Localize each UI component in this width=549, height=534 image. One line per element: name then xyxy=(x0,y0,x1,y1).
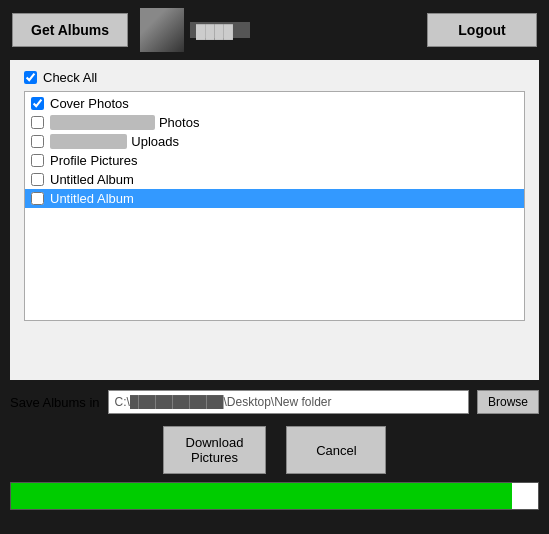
list-item[interactable]: Untitled Album xyxy=(25,189,524,208)
avatar xyxy=(140,8,184,52)
album-label: Untitled Album xyxy=(50,172,134,187)
album-checkbox[interactable] xyxy=(31,135,44,148)
check-all-row: Check All xyxy=(24,70,525,85)
save-path-input[interactable] xyxy=(108,390,469,414)
blurred-prefix: ████ ████ xyxy=(50,134,127,149)
user-name: ████ xyxy=(190,22,250,38)
album-checkbox[interactable] xyxy=(31,97,44,110)
list-item[interactable]: ███ ████████ Photos xyxy=(25,113,524,132)
list-item[interactable]: Profile Pictures xyxy=(25,151,524,170)
save-albums-label: Save Albums in xyxy=(10,395,100,410)
check-all-label[interactable]: Check All xyxy=(43,70,97,85)
main-content: Check All Cover Photos ███ ████████ Phot… xyxy=(10,60,539,380)
album-label: Uploads xyxy=(131,134,179,149)
album-label: Cover Photos xyxy=(50,96,129,111)
avatar-image xyxy=(140,8,184,52)
save-row: Save Albums in Browse xyxy=(10,390,539,414)
download-button[interactable]: DownloadPictures xyxy=(163,426,267,474)
album-checkbox[interactable] xyxy=(31,154,44,167)
list-item[interactable]: ████ ████ Uploads xyxy=(25,132,524,151)
action-row: DownloadPictures Cancel xyxy=(10,426,539,474)
avatar-area: ████ xyxy=(140,8,250,52)
album-checkbox[interactable] xyxy=(31,173,44,186)
check-all-checkbox[interactable] xyxy=(24,71,37,84)
progress-bar-fill xyxy=(11,483,512,509)
progress-bar-container xyxy=(10,482,539,510)
album-checkbox[interactable] xyxy=(31,116,44,129)
blurred-prefix: ███ ████████ xyxy=(50,115,155,130)
list-item[interactable]: Cover Photos xyxy=(25,94,524,113)
browse-button[interactable]: Browse xyxy=(477,390,539,414)
top-bar: Get Albums ████ Logout xyxy=(0,0,549,60)
album-label: Untitled Album xyxy=(50,191,134,206)
list-item[interactable]: Untitled Album xyxy=(25,170,524,189)
album-checkbox[interactable] xyxy=(31,192,44,205)
album-label: Profile Pictures xyxy=(50,153,137,168)
album-label: Photos xyxy=(159,115,199,130)
logout-button[interactable]: Logout xyxy=(427,13,537,47)
cancel-button[interactable]: Cancel xyxy=(286,426,386,474)
album-list: Cover Photos ███ ████████ Photos ████ ██… xyxy=(24,91,525,321)
get-albums-button[interactable]: Get Albums xyxy=(12,13,128,47)
